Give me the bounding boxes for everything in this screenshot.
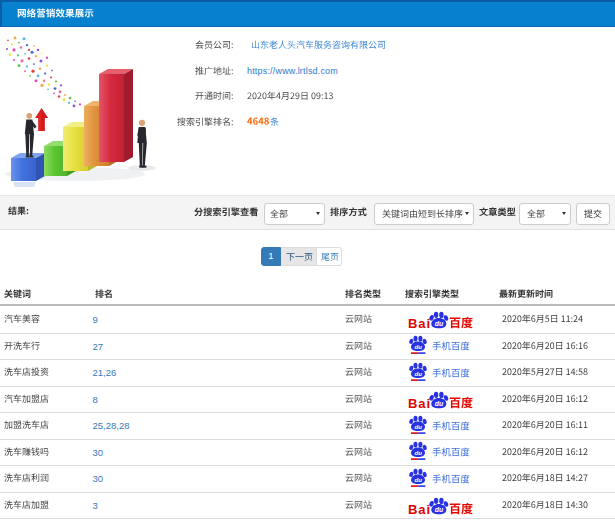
svg-text:du: du: [435, 506, 444, 513]
svg-text:du: du: [414, 476, 422, 483]
svg-text:Bai: Bai: [408, 316, 431, 331]
svg-text:du: du: [414, 449, 422, 456]
svg-text:du: du: [435, 320, 444, 327]
svg-text:du: du: [414, 370, 422, 377]
svg-text:Bai: Bai: [408, 502, 431, 517]
svg-text:du: du: [414, 343, 422, 350]
svg-text:Bai: Bai: [408, 396, 431, 411]
svg-text:du: du: [414, 423, 422, 430]
svg-text:du: du: [435, 400, 444, 407]
